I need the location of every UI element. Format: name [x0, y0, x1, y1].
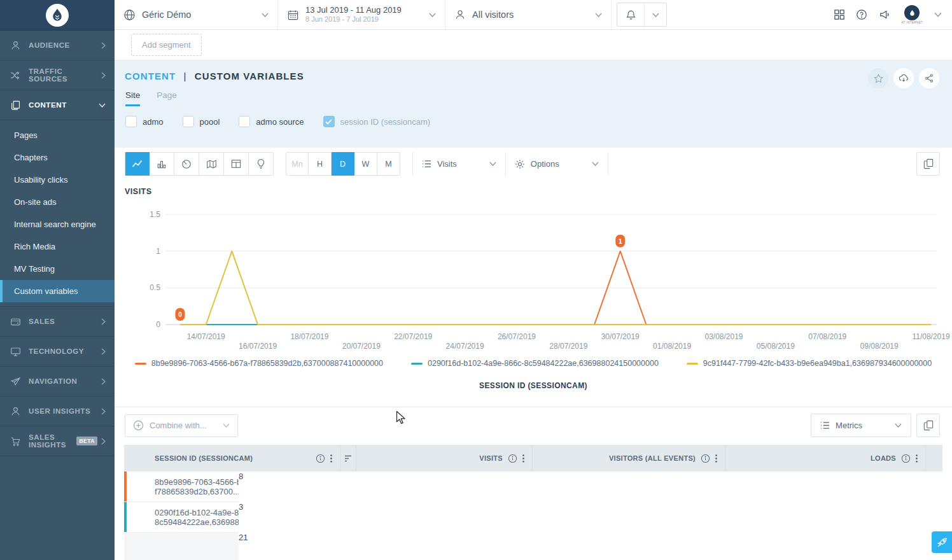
- chevron-right-icon: [101, 42, 106, 49]
- user-icon: [10, 406, 21, 417]
- table-layout-button[interactable]: [224, 152, 249, 176]
- sidebar-item-label: USER INSIGHTS: [29, 407, 90, 415]
- column-header-visitors[interactable]: VISITORS (ALL EVENTS): [533, 445, 725, 472]
- favorite-button[interactable]: [868, 68, 888, 88]
- combine-with-selector[interactable]: Combine with...: [125, 414, 238, 437]
- kebab-menu-icon[interactable]: [715, 454, 717, 463]
- legend-item[interactable]: 8b9e9896-7063-4566-b67a-f78865839d2b,637…: [135, 359, 383, 368]
- sort-column-header[interactable]: [340, 445, 356, 472]
- download-button[interactable]: [893, 68, 914, 88]
- metrics-selector[interactable]: Metrics: [811, 414, 911, 437]
- sidebar-item-chapters[interactable]: Chapters: [0, 146, 115, 169]
- filter-poool[interactable]: poool: [183, 116, 220, 127]
- column-header-visits[interactable]: VISITS: [356, 445, 533, 472]
- svg-text:0: 0: [156, 320, 160, 329]
- sidebar-item-navigation[interactable]: NAVIGATION: [0, 367, 115, 396]
- sidebar-item-traffic-sources[interactable]: TRAFFIC SOURCES: [0, 60, 115, 90]
- main-content: Géric Démo 13 Jul 2019 - 11 Aug 2019 8 J…: [115, 0, 952, 560]
- breadcrumb-section[interactable]: CONTENT: [125, 71, 176, 81]
- kebab-menu-icon[interactable]: [522, 454, 524, 463]
- export-table-button[interactable]: [916, 414, 940, 437]
- table-toolbar-right: Metrics: [811, 414, 940, 437]
- wallet-icon: [10, 316, 21, 327]
- list-icon: [820, 421, 830, 430]
- legend-item[interactable]: 0290f16d-b102-4a9e-866c-8c59484222ae,636…: [411, 359, 659, 368]
- chevron-down-icon: [223, 423, 230, 428]
- sidebar-item-custom-variables[interactable]: Custom variables: [0, 280, 115, 302]
- kebab-menu-icon[interactable]: [330, 454, 332, 463]
- filter-session-id-sessioncam[interactable]: session ID (sessioncam): [323, 116, 431, 127]
- svg-text:30/07/2019: 30/07/2019: [601, 332, 640, 341]
- sidebar-item-usability-clicks[interactable]: Usability clicks: [0, 169, 115, 191]
- sidebar-item-content[interactable]: CONTENT: [0, 90, 115, 120]
- sidebar-item-label: AUDIENCE: [29, 41, 70, 49]
- account-menu[interactable]: AT INTERNET: [902, 5, 923, 24]
- svg-text:05/08/2019: 05/08/2019: [757, 342, 795, 351]
- chevron-right-icon: [101, 72, 106, 79]
- info-icon[interactable]: [901, 454, 911, 463]
- insight-bulb-button[interactable]: [249, 152, 274, 176]
- sidebar-item-technology[interactable]: TECHNOLOGY: [0, 337, 115, 367]
- sidebar-item-pages[interactable]: Pages: [0, 124, 115, 146]
- granularity-m-button[interactable]: M: [377, 152, 400, 176]
- svg-text:24/07/2019: 24/07/2019: [446, 342, 484, 351]
- tab-site[interactable]: Site: [125, 90, 140, 106]
- help-icon[interactable]: [856, 9, 867, 20]
- date-range-selector[interactable]: 13 Jul 2019 - 11 Aug 2019 8 Jun 2019 - 7…: [278, 0, 445, 29]
- info-icon[interactable]: [316, 454, 325, 463]
- table-row[interactable]: 0290f16d-b102-4a9e-866c-8c59484222ae,636…: [124, 502, 942, 533]
- filter-admo[interactable]: admo: [125, 116, 164, 127]
- sidebar-item-audience[interactable]: AUDIENCE: [0, 31, 115, 60]
- line-chart-button[interactable]: [125, 152, 150, 176]
- legend-item[interactable]: 9c91f447-7799-42fc-b433-b9e6ea949ba1,636…: [687, 359, 932, 368]
- chevron-down-icon: [895, 423, 902, 428]
- notifications-bell-button[interactable]: [617, 3, 645, 26]
- granularity-h-button[interactable]: H: [309, 152, 332, 176]
- sidebar-item-mv-testing[interactable]: MV Testing: [0, 258, 115, 280]
- legend-dash-icon: [135, 363, 146, 365]
- sidebar-item-user-insights[interactable]: USER INSIGHTS: [0, 396, 115, 426]
- tab-page[interactable]: Page: [157, 90, 177, 106]
- chevron-down-icon: [262, 13, 269, 17]
- add-segment-button[interactable]: Add segment: [131, 34, 202, 56]
- filter-admo-source[interactable]: admo source: [239, 116, 304, 127]
- kebab-menu-icon[interactable]: [916, 454, 918, 463]
- quick-launch-rocket-button[interactable]: [932, 531, 952, 553]
- map-button[interactable]: [199, 152, 224, 176]
- app-root: AUDIENCE TRAFFIC SOURCES CONTENT Pages C…: [0, 0, 952, 560]
- bar-chart-button[interactable]: [150, 152, 174, 176]
- svg-text:26/07/2019: 26/07/2019: [498, 332, 536, 341]
- metric-selector[interactable]: Visits: [413, 152, 506, 176]
- breadcrumb-separator: |: [183, 71, 186, 81]
- sidebar-item-internal-search-engine[interactable]: Internal search engine: [0, 213, 115, 235]
- apps-grid-icon[interactable]: [834, 10, 844, 20]
- table-row[interactable]: 8b9e9896-7063-4566-b67a-f78865839d2b,637…: [124, 472, 942, 502]
- column-header-loads[interactable]: LOADS: [725, 445, 926, 472]
- sidebar-item-on-site-ads[interactable]: On-site ads: [0, 191, 115, 213]
- svg-text:18/07/2019: 18/07/2019: [290, 332, 328, 341]
- sidebar-item-rich-media[interactable]: Rich Media: [0, 235, 115, 258]
- visitor-segment-selector[interactable]: All visitors: [445, 0, 612, 29]
- page-title: CUSTOM VARIABLES: [195, 71, 304, 81]
- checkbox-unchecked-icon: [125, 116, 137, 127]
- date-range-primary: 13 Jul 2019 - 11 Aug 2019: [305, 5, 402, 15]
- chevron-down-icon[interactable]: [645, 13, 666, 17]
- granularity-d-button[interactable]: D: [332, 152, 354, 176]
- sidebar-item-sales-insights[interactable]: SALES INSIGHTS BETA: [0, 426, 115, 456]
- site-selector[interactable]: Géric Démo: [115, 0, 278, 29]
- svg-text:14/07/2019: 14/07/2019: [187, 332, 225, 341]
- options-selector[interactable]: Options: [506, 152, 608, 176]
- chevron-down-icon[interactable]: [934, 12, 942, 17]
- chevron-down-icon: [99, 103, 106, 108]
- export-chart-button[interactable]: [916, 152, 940, 176]
- info-icon[interactable]: [701, 454, 710, 463]
- pie-chart-button[interactable]: [174, 152, 199, 176]
- info-icon[interactable]: [508, 454, 517, 463]
- column-header-session-id[interactable]: SESSION ID (SESSIONCAM): [124, 445, 340, 472]
- line-chart-canvas[interactable]: 00.511.514/07/201916/07/201918/07/201920…: [115, 207, 952, 356]
- sidebar-item-sales[interactable]: SALES: [0, 307, 115, 337]
- share-button[interactable]: [919, 68, 939, 88]
- granularity-w-button[interactable]: W: [354, 152, 377, 176]
- megaphone-icon[interactable]: [879, 9, 890, 20]
- brand-logo[interactable]: [0, 0, 115, 31]
